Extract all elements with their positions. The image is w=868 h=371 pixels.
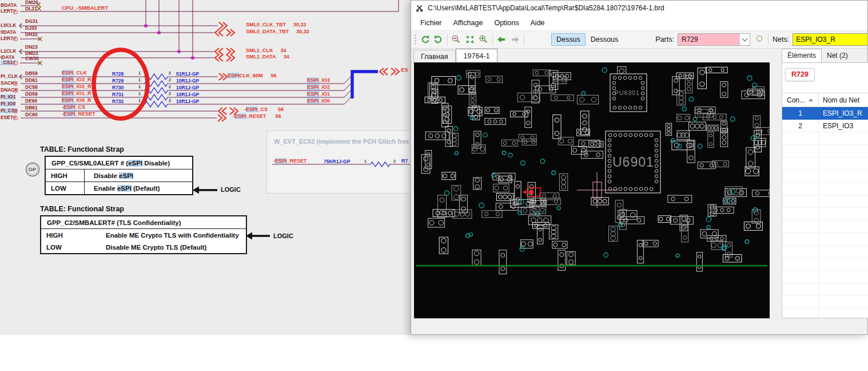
table-row: HIGH Enable ME Crypto TLS with Confident…: [41, 229, 246, 241]
resistor-value: 51R1J-GP: [176, 72, 199, 77]
tab-elements[interactable]: Éléments: [782, 49, 822, 62]
highlight-bulb-button[interactable]: [752, 33, 766, 46]
pcb-canvas[interactable]: U6901PU6301: [414, 62, 770, 318]
net-table-header[interactable]: Con... Nom du Net: [782, 93, 868, 107]
selected-part-button[interactable]: R729: [785, 68, 815, 81]
net-label: ESPI_IO3: [307, 78, 330, 83]
net-table-empty-row: [782, 132, 868, 145]
history-back-button[interactable]: [495, 33, 508, 46]
logic-callout: LOGIC: [221, 186, 241, 193]
zoom-fit-button[interactable]: [463, 33, 477, 46]
net-table-empty-row: [782, 195, 868, 208]
resistor-pin-number: 2: [169, 71, 171, 75]
pin-number: DN23: [25, 45, 38, 50]
zoom-out-button[interactable]: [449, 33, 463, 46]
net-label: -ESPI_CS: [62, 105, 85, 110]
table-cell-level: LOW: [41, 241, 97, 253]
net-label: ESPI_IO3_R: [62, 77, 91, 82]
parts-value[interactable]: R729: [678, 34, 739, 45]
panel-tabs: Éléments Net (2): [781, 48, 867, 62]
net-table-empty-row: [782, 296, 868, 309]
resistor-refdes: R731: [112, 92, 124, 97]
schematic-viewer[interactable]: W_EVT_EC52 (implement the PCH Glitch fre…: [0, 0, 411, 335]
net-label-row: ESPICLK_60M56: [228, 73, 277, 78]
col-net-label: Nom du Net: [819, 96, 868, 104]
functional-strap-table-tls: GPP_C2/SMBALERT# (TLS Confidentiality) H…: [40, 215, 247, 254]
window-title: C:\Users\MxLABTEST\AppData\Local\Temp\Ra…: [428, 4, 664, 12]
app-icon: [416, 4, 424, 12]
menu-options[interactable]: Options: [488, 17, 524, 29]
resistor-pin-number: 1: [138, 92, 141, 96]
left-pin-label: L1CLK: [1, 49, 16, 54]
tab-home[interactable]: Главная: [413, 50, 456, 64]
page-refs: 30,32: [296, 29, 309, 34]
net-table-empty-row: [782, 220, 868, 233]
pin-number: DD59: [25, 92, 38, 97]
resistor-pin-number: 1: [138, 98, 141, 102]
left-pin-label: PI_IO1: [1, 94, 15, 100]
net-table-empty-row: [782, 170, 868, 183]
nets-label: Nets:: [773, 35, 789, 44]
lightbulb-icon: [754, 34, 765, 45]
left-pin-label: DNACK: [1, 88, 18, 93]
table-row: HIGH Disable eSPI: [46, 169, 192, 182]
parts-label: Parts:: [655, 35, 674, 44]
pin-number: CW30: [25, 56, 39, 61]
parts-combobox[interactable]: R729: [678, 33, 750, 46]
rotate-cw-button[interactable]: [432, 33, 445, 46]
resistor-pin-number: 1: [138, 85, 141, 89]
zoom-in-icon: [479, 34, 489, 45]
net-label: SML0_DATA_TBT: [246, 29, 289, 34]
net-label-row: SML0_DATA_TBT30,32: [246, 29, 309, 34]
sort-asc-icon: [809, 98, 813, 101]
resistor-pin-number: 1: [364, 159, 367, 163]
parts-dropdown-button[interactable]: [739, 34, 750, 45]
dessous-toggle[interactable]: Dessous: [586, 33, 624, 46]
net-label: ESPI_IO0: [307, 98, 330, 104]
menu-affichage[interactable]: Affichage: [448, 17, 489, 29]
tab-board[interactable]: 19764-1: [456, 49, 498, 64]
page-refs: 34: [284, 54, 289, 60]
left-pin-label: PI_CLK: [1, 74, 18, 79]
net-label-row: SML0_CLK_TBT30,32: [246, 22, 306, 27]
resistor-value: 10R1J-GP: [176, 78, 199, 84]
rotate-ccw-button[interactable]: [418, 33, 432, 46]
pin-number: DD61: [25, 78, 38, 83]
logic-callout: LOGIC: [273, 232, 293, 239]
resistor-refdes: R732: [112, 99, 124, 104]
pin-number: DC58: [25, 85, 38, 90]
net-label-row: SML1_DATA34: [246, 54, 289, 60]
net-table-empty-row: [782, 208, 868, 220]
menu-aide[interactable]: Aide: [525, 17, 551, 29]
page-refs: 56: [278, 107, 284, 112]
pin-number: DG31: [25, 19, 38, 24]
dessus-toggle[interactable]: Dessus: [551, 33, 586, 46]
table-row: LOW Disable ME Crypto TLS (Default): [41, 241, 246, 253]
net-table-empty-row: [782, 309, 868, 318]
net-label: ESPICLK_60M: [228, 73, 263, 78]
net-table-row[interactable]: 2ESPI_IO3: [782, 120, 868, 132]
net-table-body: 1ESPI_IO3_R2ESPI_IO3: [782, 107, 868, 318]
net-label-row: -ESPI_CS56: [244, 107, 284, 112]
window-titlebar[interactable]: C:\Users\MxLABTEST\AppData\Local\Temp\Ra…: [411, 1, 867, 15]
left-pin-label: PI_CS#: [1, 108, 17, 113]
table-header: GPP_C2/SMBALERT# (TLS Confidentiality): [41, 216, 246, 229]
desktop: W_EVT_EC52 (implement the PCH Glitch fre…: [0, 0, 868, 371]
resistor-pin-number: 2: [393, 159, 396, 163]
menu-fichier[interactable]: Fichier: [415, 17, 448, 29]
left-pin-label: _CS1#: [1, 60, 15, 65]
resistor-value: 10R1J-GP: [176, 99, 199, 104]
left-pin-label: 0DATA: [1, 30, 16, 35]
zoom-out-icon: [451, 34, 461, 45]
table-cell-level: HIGH: [46, 169, 85, 181]
tab-net[interactable]: Net (2): [822, 49, 853, 62]
net-table-row[interactable]: 1ESPI_IO3_R: [782, 107, 868, 120]
net-name: ESPI_IO3: [819, 122, 868, 130]
page-refs: 34: [281, 48, 286, 53]
toolbar-grip[interactable]: [414, 34, 417, 45]
net-label: SML1_DATA: [246, 54, 276, 60]
zoom-in-button[interactable]: [477, 33, 491, 46]
nets-search-input[interactable]: [793, 33, 867, 46]
left-pin-label: BDATA: [1, 3, 17, 8]
history-forward-button[interactable]: [508, 33, 522, 46]
